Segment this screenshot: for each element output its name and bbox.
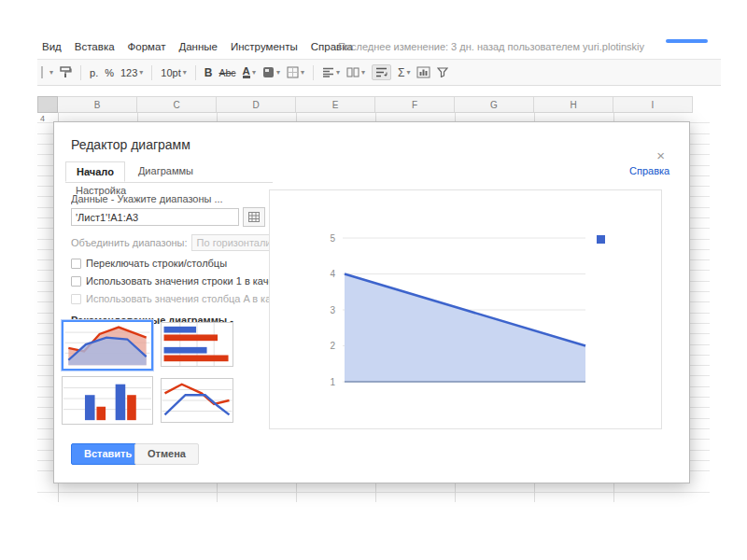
svg-text:3: 3 [330, 305, 335, 315]
sheet-grid-right[interactable] [693, 113, 710, 502]
menu-data[interactable]: Данные [178, 41, 218, 52]
grid-icon [248, 212, 260, 222]
column-header-i[interactable]: I [613, 96, 693, 113]
chevron-down-icon[interactable]: ▾ [49, 69, 53, 77]
text-color-button[interactable]: A▾ [243, 66, 256, 78]
menu-format[interactable]: Формат [128, 41, 166, 52]
column-chart-icon [63, 377, 152, 424]
tab-start[interactable]: Начало [65, 161, 125, 182]
chevron-down-icon: ▾ [276, 69, 280, 77]
column-header-c[interactable]: C [137, 96, 217, 113]
font-size-button[interactable]: 10pt▾ [161, 67, 186, 78]
column-header-e[interactable]: E [296, 96, 375, 113]
merge-icon [346, 67, 359, 77]
column-header-h[interactable]: H [534, 96, 613, 113]
last-edit-status[interactable]: Последнее изменение: 3 дн. назад пользов… [338, 41, 644, 52]
borders-button[interactable]: ▾ [287, 66, 304, 78]
dialog-title: Редактор диаграмм [71, 137, 190, 152]
font-size-label: 10pt [161, 67, 180, 78]
fill-color-button[interactable]: ▾ [262, 66, 280, 78]
paint-format-icon [60, 66, 72, 78]
wrap-icon [375, 67, 388, 77]
checkbox-label: Переключать строки/столбцы [86, 258, 227, 269]
column-header-f[interactable]: F [375, 96, 455, 113]
chevron-down-icon: ▾ [139, 69, 143, 77]
chevron-down-icon: ▾ [336, 69, 340, 77]
sigma-label: Σ [398, 66, 404, 79]
chevron-down-icon: ▾ [183, 69, 187, 77]
column-header-b[interactable]: B [58, 96, 137, 113]
close-icon[interactable]: × [656, 148, 665, 162]
percent-format-button[interactable]: % [105, 67, 114, 78]
align-button[interactable]: ▾ [322, 67, 340, 77]
preview-chart: 12345 [270, 190, 661, 428]
paint-format-button[interactable] [60, 66, 72, 78]
chart-preview-panel: 12345 [269, 189, 662, 429]
fill-color-icon [262, 66, 275, 78]
align-icon [322, 67, 334, 77]
svg-text:4: 4 [330, 269, 335, 279]
borders-icon [287, 66, 299, 78]
chevron-down-icon: ▾ [406, 69, 410, 77]
divider [313, 65, 314, 80]
number-format-button[interactable]: 123▾ [120, 67, 143, 78]
toolbar: ▾ р. % 123▾ 10pt▾ B Abc A▾ ▾ ▾ ▾ ▾ [37, 59, 721, 86]
checkbox-row-colA-labels: Использовать значения столбца A в качест… [71, 293, 271, 304]
column-header-d[interactable]: D [217, 96, 296, 113]
data-ranges-label: Данные - Укажите диапазоны ... [71, 193, 271, 204]
checkbox-label: Использовать значения строки 1 в качеств… [86, 275, 271, 287]
text-wrap-button[interactable] [372, 64, 391, 80]
insert-chart-button[interactable] [416, 66, 430, 78]
menu-view[interactable]: Вид [42, 41, 62, 52]
thumbnail-line-chart[interactable] [161, 378, 233, 423]
left-panel: Данные - Укажите диапазоны ... Объединит… [71, 193, 271, 341]
checkbox[interactable] [71, 276, 81, 287]
select-all-corner[interactable] [37, 96, 58, 113]
column-header-g[interactable]: G [455, 96, 534, 113]
strikethrough-button[interactable]: Abc [218, 67, 235, 78]
checkbox-label: Использовать значения столбца A в качест… [86, 293, 271, 304]
help-link[interactable]: Справка [629, 165, 669, 176]
cutoff-control-fragment [41, 66, 43, 78]
chevron-down-icon: ▾ [301, 69, 304, 77]
currency-format-button[interactable]: р. [90, 67, 98, 78]
cancel-button[interactable]: Отмена [134, 443, 199, 465]
combine-value: По горизонтали [197, 237, 271, 248]
text-color-label: A [243, 66, 250, 78]
functions-button[interactable]: Σ▾ [398, 66, 410, 79]
divider [80, 65, 81, 80]
combine-select: По горизонтали ▾ [191, 234, 271, 251]
bold-button[interactable]: B [204, 66, 213, 79]
bar-chart-icon [162, 323, 233, 366]
range-input[interactable] [71, 208, 239, 226]
svg-text:5: 5 [330, 233, 335, 244]
line-chart-icon [162, 379, 233, 422]
thumbnail-column-chart[interactable] [62, 376, 153, 425]
combine-row: Объединить диапазоны: По горизонтали ▾ [71, 234, 271, 251]
share-button-fragment[interactable] [666, 39, 708, 43]
chart-icon [416, 66, 430, 78]
chevron-down-icon: ▾ [361, 69, 365, 77]
chevron-down-icon: ▾ [252, 69, 256, 77]
divider [195, 65, 196, 80]
chart-editor-dialog: × Редактор диаграмм Справка Начало Диагр… [53, 121, 690, 483]
thumbnail-area-chart[interactable] [62, 320, 153, 371]
divider [151, 65, 152, 80]
column-headers: B C D E F G H I [58, 96, 693, 113]
app-window: Вид Вставка Формат Данные Инструменты Сп… [0, 0, 747, 560]
checkbox[interactable] [71, 259, 81, 269]
menu-bar: Вид Вставка Формат Данные Инструменты Сп… [42, 41, 353, 52]
checkbox-row-row1-labels: Использовать значения строки 1 в качеств… [71, 275, 271, 287]
menu-tools[interactable]: Инструменты [231, 41, 298, 52]
combine-label: Объединить диапазоны: [71, 237, 188, 248]
thumbnail-bar-chart[interactable] [161, 322, 233, 367]
menu-insert[interactable]: Вставка [75, 41, 115, 52]
tab-strip: Начало Диаграммы Настройка [65, 161, 273, 183]
select-range-button[interactable] [243, 207, 265, 227]
filter-icon [437, 67, 448, 77]
merge-cells-button[interactable]: ▾ [346, 67, 365, 77]
svg-text:1: 1 [330, 377, 335, 387]
checkbox [71, 294, 81, 304]
filter-button[interactable] [437, 67, 448, 77]
tab-charts[interactable]: Диаграммы [128, 161, 204, 180]
